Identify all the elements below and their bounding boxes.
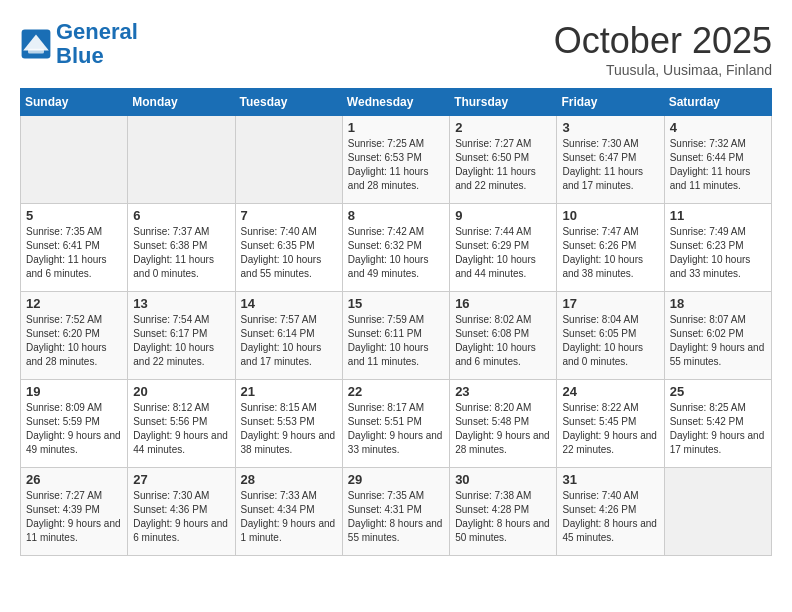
day-info: Sunrise: 7:40 AMSunset: 4:26 PMDaylight:… bbox=[562, 489, 658, 545]
weekday-header-sunday: Sunday bbox=[21, 89, 128, 116]
calendar-cell bbox=[235, 116, 342, 204]
calendar-cell bbox=[128, 116, 235, 204]
logo: General Blue bbox=[20, 20, 138, 68]
day-info: Sunrise: 7:49 AMSunset: 6:23 PMDaylight:… bbox=[670, 225, 766, 281]
calendar-cell: 20Sunrise: 8:12 AMSunset: 5:56 PMDayligh… bbox=[128, 380, 235, 468]
day-info: Sunrise: 8:20 AMSunset: 5:48 PMDaylight:… bbox=[455, 401, 551, 457]
day-number: 23 bbox=[455, 384, 551, 399]
day-info: Sunrise: 7:54 AMSunset: 6:17 PMDaylight:… bbox=[133, 313, 229, 369]
calendar-cell: 11Sunrise: 7:49 AMSunset: 6:23 PMDayligh… bbox=[664, 204, 771, 292]
day-info: Sunrise: 7:52 AMSunset: 6:20 PMDaylight:… bbox=[26, 313, 122, 369]
day-info: Sunrise: 7:59 AMSunset: 6:11 PMDaylight:… bbox=[348, 313, 444, 369]
weekday-header-monday: Monday bbox=[128, 89, 235, 116]
day-number: 31 bbox=[562, 472, 658, 487]
day-info: Sunrise: 7:35 AMSunset: 4:31 PMDaylight:… bbox=[348, 489, 444, 545]
day-info: Sunrise: 8:25 AMSunset: 5:42 PMDaylight:… bbox=[670, 401, 766, 457]
day-number: 10 bbox=[562, 208, 658, 223]
day-number: 14 bbox=[241, 296, 337, 311]
day-info: Sunrise: 7:40 AMSunset: 6:35 PMDaylight:… bbox=[241, 225, 337, 281]
day-info: Sunrise: 7:33 AMSunset: 4:34 PMDaylight:… bbox=[241, 489, 337, 545]
calendar-cell: 6Sunrise: 7:37 AMSunset: 6:38 PMDaylight… bbox=[128, 204, 235, 292]
calendar-cell: 18Sunrise: 8:07 AMSunset: 6:02 PMDayligh… bbox=[664, 292, 771, 380]
day-info: Sunrise: 7:25 AMSunset: 6:53 PMDaylight:… bbox=[348, 137, 444, 193]
calendar-cell: 14Sunrise: 7:57 AMSunset: 6:14 PMDayligh… bbox=[235, 292, 342, 380]
logo-text: General Blue bbox=[56, 20, 138, 68]
day-info: Sunrise: 8:22 AMSunset: 5:45 PMDaylight:… bbox=[562, 401, 658, 457]
day-number: 28 bbox=[241, 472, 337, 487]
day-info: Sunrise: 7:32 AMSunset: 6:44 PMDaylight:… bbox=[670, 137, 766, 193]
day-number: 4 bbox=[670, 120, 766, 135]
month-title: October 2025 bbox=[554, 20, 772, 62]
calendar-week-row: 26Sunrise: 7:27 AMSunset: 4:39 PMDayligh… bbox=[21, 468, 772, 556]
day-info: Sunrise: 7:47 AMSunset: 6:26 PMDaylight:… bbox=[562, 225, 658, 281]
weekday-header-thursday: Thursday bbox=[450, 89, 557, 116]
calendar-cell: 23Sunrise: 8:20 AMSunset: 5:48 PMDayligh… bbox=[450, 380, 557, 468]
weekday-header-wednesday: Wednesday bbox=[342, 89, 449, 116]
day-number: 20 bbox=[133, 384, 229, 399]
day-number: 6 bbox=[133, 208, 229, 223]
calendar-cell: 21Sunrise: 8:15 AMSunset: 5:53 PMDayligh… bbox=[235, 380, 342, 468]
calendar-cell: 19Sunrise: 8:09 AMSunset: 5:59 PMDayligh… bbox=[21, 380, 128, 468]
calendar-cell: 12Sunrise: 7:52 AMSunset: 6:20 PMDayligh… bbox=[21, 292, 128, 380]
svg-rect-2 bbox=[28, 49, 44, 54]
day-info: Sunrise: 8:04 AMSunset: 6:05 PMDaylight:… bbox=[562, 313, 658, 369]
calendar-table: SundayMondayTuesdayWednesdayThursdayFrid… bbox=[20, 88, 772, 556]
day-info: Sunrise: 7:35 AMSunset: 6:41 PMDaylight:… bbox=[26, 225, 122, 281]
day-number: 12 bbox=[26, 296, 122, 311]
day-number: 1 bbox=[348, 120, 444, 135]
page-header: General Blue October 2025 Tuusula, Uusim… bbox=[20, 20, 772, 78]
day-number: 29 bbox=[348, 472, 444, 487]
calendar-cell: 31Sunrise: 7:40 AMSunset: 4:26 PMDayligh… bbox=[557, 468, 664, 556]
day-info: Sunrise: 7:27 AMSunset: 4:39 PMDaylight:… bbox=[26, 489, 122, 545]
day-info: Sunrise: 7:57 AMSunset: 6:14 PMDaylight:… bbox=[241, 313, 337, 369]
calendar-cell: 29Sunrise: 7:35 AMSunset: 4:31 PMDayligh… bbox=[342, 468, 449, 556]
calendar-cell: 2Sunrise: 7:27 AMSunset: 6:50 PMDaylight… bbox=[450, 116, 557, 204]
day-number: 8 bbox=[348, 208, 444, 223]
day-info: Sunrise: 8:02 AMSunset: 6:08 PMDaylight:… bbox=[455, 313, 551, 369]
calendar-header: SundayMondayTuesdayWednesdayThursdayFrid… bbox=[21, 89, 772, 116]
day-number: 18 bbox=[670, 296, 766, 311]
day-info: Sunrise: 7:37 AMSunset: 6:38 PMDaylight:… bbox=[133, 225, 229, 281]
day-info: Sunrise: 8:17 AMSunset: 5:51 PMDaylight:… bbox=[348, 401, 444, 457]
day-info: Sunrise: 7:27 AMSunset: 6:50 PMDaylight:… bbox=[455, 137, 551, 193]
calendar-cell: 16Sunrise: 8:02 AMSunset: 6:08 PMDayligh… bbox=[450, 292, 557, 380]
day-info: Sunrise: 7:44 AMSunset: 6:29 PMDaylight:… bbox=[455, 225, 551, 281]
calendar-cell: 25Sunrise: 8:25 AMSunset: 5:42 PMDayligh… bbox=[664, 380, 771, 468]
title-block: October 2025 Tuusula, Uusimaa, Finland bbox=[554, 20, 772, 78]
calendar-cell: 30Sunrise: 7:38 AMSunset: 4:28 PMDayligh… bbox=[450, 468, 557, 556]
calendar-cell: 13Sunrise: 7:54 AMSunset: 6:17 PMDayligh… bbox=[128, 292, 235, 380]
day-number: 19 bbox=[26, 384, 122, 399]
calendar-cell: 22Sunrise: 8:17 AMSunset: 5:51 PMDayligh… bbox=[342, 380, 449, 468]
calendar-cell: 5Sunrise: 7:35 AMSunset: 6:41 PMDaylight… bbox=[21, 204, 128, 292]
weekday-header-tuesday: Tuesday bbox=[235, 89, 342, 116]
day-number: 27 bbox=[133, 472, 229, 487]
calendar-week-row: 19Sunrise: 8:09 AMSunset: 5:59 PMDayligh… bbox=[21, 380, 772, 468]
calendar-cell: 10Sunrise: 7:47 AMSunset: 6:26 PMDayligh… bbox=[557, 204, 664, 292]
day-info: Sunrise: 7:30 AMSunset: 6:47 PMDaylight:… bbox=[562, 137, 658, 193]
calendar-cell bbox=[21, 116, 128, 204]
calendar-cell: 27Sunrise: 7:30 AMSunset: 4:36 PMDayligh… bbox=[128, 468, 235, 556]
day-info: Sunrise: 8:07 AMSunset: 6:02 PMDaylight:… bbox=[670, 313, 766, 369]
day-info: Sunrise: 8:12 AMSunset: 5:56 PMDaylight:… bbox=[133, 401, 229, 457]
day-number: 17 bbox=[562, 296, 658, 311]
weekday-header-friday: Friday bbox=[557, 89, 664, 116]
day-number: 3 bbox=[562, 120, 658, 135]
day-number: 7 bbox=[241, 208, 337, 223]
calendar-body: 1Sunrise: 7:25 AMSunset: 6:53 PMDaylight… bbox=[21, 116, 772, 556]
day-number: 5 bbox=[26, 208, 122, 223]
day-number: 26 bbox=[26, 472, 122, 487]
calendar-cell: 17Sunrise: 8:04 AMSunset: 6:05 PMDayligh… bbox=[557, 292, 664, 380]
day-info: Sunrise: 7:38 AMSunset: 4:28 PMDaylight:… bbox=[455, 489, 551, 545]
day-number: 2 bbox=[455, 120, 551, 135]
calendar-cell: 26Sunrise: 7:27 AMSunset: 4:39 PMDayligh… bbox=[21, 468, 128, 556]
day-number: 25 bbox=[670, 384, 766, 399]
calendar-cell bbox=[664, 468, 771, 556]
day-number: 15 bbox=[348, 296, 444, 311]
weekday-header-saturday: Saturday bbox=[664, 89, 771, 116]
calendar-cell: 15Sunrise: 7:59 AMSunset: 6:11 PMDayligh… bbox=[342, 292, 449, 380]
day-number: 21 bbox=[241, 384, 337, 399]
calendar-cell: 9Sunrise: 7:44 AMSunset: 6:29 PMDaylight… bbox=[450, 204, 557, 292]
calendar-cell: 4Sunrise: 7:32 AMSunset: 6:44 PMDaylight… bbox=[664, 116, 771, 204]
calendar-week-row: 12Sunrise: 7:52 AMSunset: 6:20 PMDayligh… bbox=[21, 292, 772, 380]
day-number: 13 bbox=[133, 296, 229, 311]
